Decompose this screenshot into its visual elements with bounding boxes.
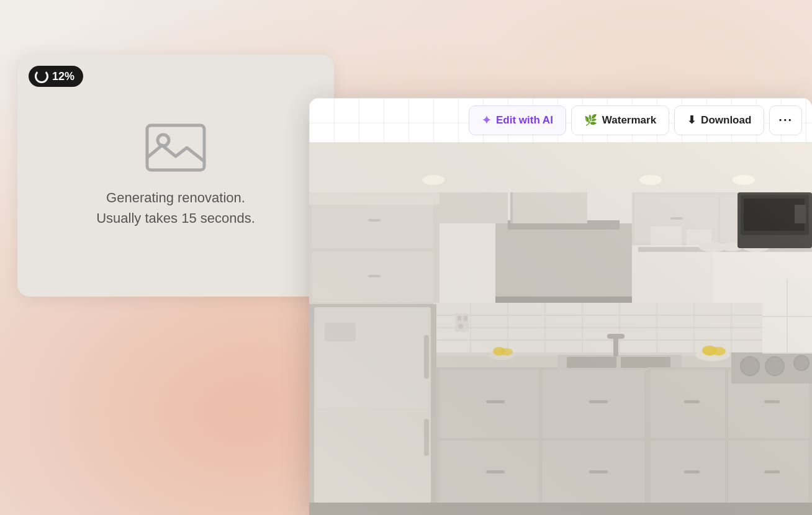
svg-rect-0 — [147, 125, 204, 170]
download-button[interactable]: ⬇ Download — [674, 105, 764, 135]
status-line-1: Generating renovation. — [96, 187, 255, 208]
edit-with-ai-button[interactable]: ✦ Edit with AI — [469, 105, 566, 135]
watermark-icon: 🌿 — [584, 114, 597, 127]
spinner-icon — [35, 69, 48, 83]
kitchen-image-area — [309, 143, 812, 515]
toolbar: ✦ Edit with AI 🌿 Watermark ⬇ Download ··… — [309, 98, 812, 143]
app-window: ✦ Edit with AI 🌿 Watermark ⬇ Download ··… — [309, 98, 812, 515]
download-label: Download — [701, 114, 751, 127]
kitchen-photo — [309, 143, 812, 515]
progress-percentage: 12% — [52, 70, 74, 83]
sparkle-icon: ✦ — [482, 114, 491, 127]
generating-card: 12% Generating renovation. Usually takes… — [17, 55, 334, 297]
generating-status-text: Generating renovation. Usually takes 15 … — [96, 187, 255, 228]
image-placeholder-icon — [145, 123, 207, 172]
download-icon: ⬇ — [687, 114, 696, 127]
status-line-2: Usually takes 15 seconds. — [96, 208, 255, 228]
svg-point-1 — [158, 135, 169, 146]
progress-badge: 12% — [29, 66, 83, 87]
svg-rect-97 — [309, 143, 812, 515]
more-options-button[interactable]: ··· — [769, 105, 802, 135]
watermark-button[interactable]: 🌿 Watermark — [571, 105, 669, 135]
watermark-label: Watermark — [602, 114, 656, 127]
toolbar-inner: ✦ Edit with AI 🌿 Watermark ⬇ Download ··… — [309, 98, 812, 142]
more-icon: ··· — [778, 113, 793, 127]
edit-ai-label: Edit with AI — [496, 114, 553, 127]
